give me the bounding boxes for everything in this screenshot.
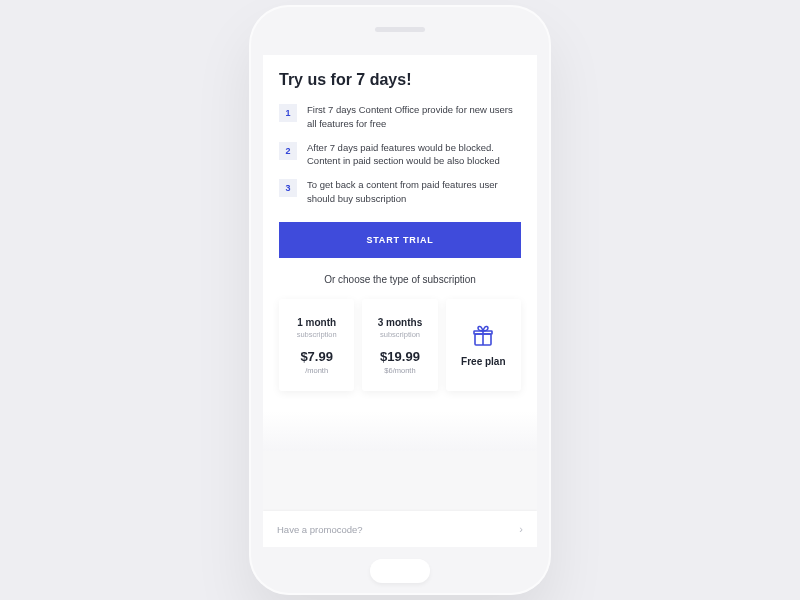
- step-item: 3 To get back a content from paid featur…: [279, 178, 521, 206]
- plan-subtitle: subscription: [368, 330, 431, 339]
- screen: Try us for 7 days! 1 First 7 days Conten…: [263, 55, 537, 547]
- main-content: Try us for 7 days! 1 First 7 days Conten…: [263, 55, 537, 411]
- chevron-right-icon: ›: [519, 523, 523, 535]
- plan-free-label: Free plan: [461, 356, 505, 367]
- steps-list: 1 First 7 days Content Office provide fo…: [279, 103, 521, 206]
- step-text: After 7 days paid features would be bloc…: [307, 141, 521, 169]
- promocode-label: Have a promocode?: [277, 524, 363, 535]
- plan-title: 3 months: [368, 317, 431, 328]
- step-number-badge: 3: [279, 179, 297, 197]
- plan-title: 1 month: [285, 317, 348, 328]
- plan-subtitle: subscription: [285, 330, 348, 339]
- step-text: To get back a content from paid features…: [307, 178, 521, 206]
- plan-price: $19.99: [368, 349, 431, 364]
- plan-card-free[interactable]: Free plan: [446, 299, 521, 391]
- promocode-row[interactable]: Have a promocode? ›: [263, 511, 537, 547]
- plan-rate: /month: [285, 366, 348, 375]
- plan-price: $7.99: [285, 349, 348, 364]
- content-fade: [263, 411, 537, 451]
- plan-card-1-month[interactable]: 1 month subscription $7.99 /month: [279, 299, 354, 391]
- plan-card-3-months[interactable]: 3 months subscription $19.99 $6/month: [362, 299, 437, 391]
- choose-subscription-label: Or choose the type of subscription: [279, 274, 521, 285]
- step-text: First 7 days Content Office provide for …: [307, 103, 521, 131]
- step-item: 2 After 7 days paid features would be bl…: [279, 141, 521, 169]
- plans-row: 1 month subscription $7.99 /month 3 mont…: [279, 299, 521, 411]
- step-number-badge: 2: [279, 142, 297, 160]
- page-title: Try us for 7 days!: [279, 71, 521, 89]
- step-number-badge: 1: [279, 104, 297, 122]
- plan-rate: $6/month: [368, 366, 431, 375]
- gift-icon: [471, 324, 495, 348]
- start-trial-button[interactable]: START TRIAL: [279, 222, 521, 258]
- step-item: 1 First 7 days Content Office provide fo…: [279, 103, 521, 131]
- device-frame: Try us for 7 days! 1 First 7 days Conten…: [249, 5, 551, 595]
